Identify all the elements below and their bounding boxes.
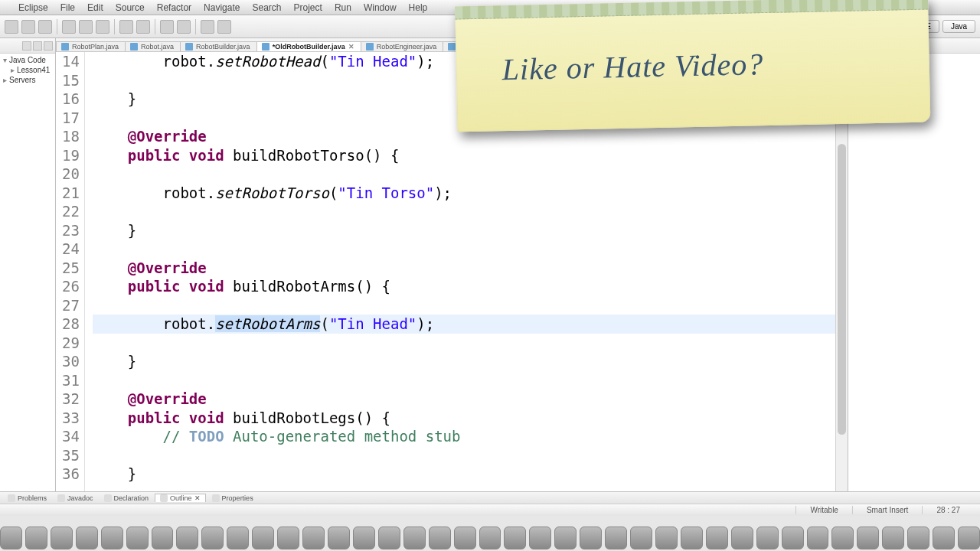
new-package-icon[interactable] (119, 20, 133, 34)
menu-source[interactable]: Source (116, 2, 145, 13)
app-icon[interactable] (907, 527, 929, 549)
code-line[interactable] (93, 202, 835, 221)
run-icon[interactable] (79, 20, 93, 34)
code-line[interactable]: // TODO Auto-generated method stub (93, 427, 835, 446)
app-icon[interactable] (277, 527, 299, 549)
close-icon[interactable]: ✕ (348, 43, 354, 51)
code-line[interactable] (93, 334, 835, 353)
code-line[interactable]: public void buildRobotArms() { (93, 277, 835, 296)
app-icon[interactable] (529, 527, 551, 549)
app-icon[interactable] (933, 527, 955, 549)
menu-navigate[interactable]: Navigate (204, 2, 240, 13)
app-icon[interactable] (328, 527, 350, 549)
code-line[interactable] (93, 240, 835, 259)
tab-label: RobotBuilder.java (196, 43, 250, 51)
code-line[interactable]: } (93, 221, 835, 240)
code-line[interactable]: } (93, 352, 835, 371)
menu-window[interactable]: Window (364, 2, 397, 13)
eclipse-icon[interactable] (706, 527, 728, 549)
new-icon[interactable] (5, 20, 18, 34)
view-tab[interactable]: Outline ✕ (155, 494, 206, 502)
view-tab[interactable]: Javadoc (53, 494, 98, 502)
code-line[interactable]: robot.setRobotTorso("Tin Torso"); (93, 184, 835, 203)
chrome-icon[interactable] (126, 527, 149, 549)
code-line[interactable]: } (93, 465, 835, 484)
menu-file[interactable]: File (60, 2, 75, 13)
app-icon[interactable] (605, 527, 627, 549)
search-icon[interactable] (177, 20, 191, 34)
collapse-all-icon[interactable] (22, 41, 31, 51)
tree-node[interactable]: ▸Lesson41 (2, 65, 54, 75)
itunes-icon[interactable] (176, 527, 198, 549)
app-icon[interactable] (554, 527, 577, 549)
code-line[interactable]: @Override (93, 390, 835, 409)
view-tab[interactable]: Declaration (100, 494, 154, 502)
app-icon[interactable] (580, 527, 602, 549)
app-icon[interactable] (378, 527, 400, 549)
view-menu-icon[interactable] (44, 41, 53, 51)
app-icon[interactable] (731, 527, 753, 549)
app-icon[interactable] (857, 527, 879, 549)
menu-search[interactable]: Search (252, 2, 281, 13)
menu-project[interactable]: Project (294, 2, 322, 13)
app-icon[interactable] (302, 527, 325, 549)
editor-tab[interactable]: *OldRobotBuilder.java✕ (256, 41, 361, 51)
editor-tab[interactable]: RobotPlan.java (56, 41, 126, 51)
perspective-java[interactable]: Java (942, 20, 975, 33)
code-line[interactable]: @Override (93, 259, 835, 278)
menu-refactor[interactable]: Refactor (157, 2, 191, 13)
app-icon[interactable] (807, 527, 829, 549)
code-line[interactable]: public void buildRobotLegs() { (93, 409, 835, 428)
menu-eclipse[interactable]: Eclipse (18, 2, 48, 13)
app-icon[interactable] (353, 527, 375, 549)
code-line[interactable] (93, 446, 835, 465)
editor-tab[interactable]: RobotEngineer.java (361, 41, 444, 51)
tree-node[interactable]: ▸Servers (2, 75, 54, 85)
illustrator-icon[interactable] (429, 527, 451, 549)
app-icon[interactable] (201, 527, 224, 549)
app-icon[interactable] (76, 527, 98, 549)
terminal-icon[interactable] (756, 527, 779, 549)
vlc-icon[interactable] (655, 527, 678, 549)
app-icon[interactable] (227, 527, 249, 549)
app-icon[interactable] (51, 527, 73, 549)
debug-icon[interactable] (62, 20, 76, 34)
app-icon[interactable] (504, 527, 526, 549)
save-all-icon[interactable] (38, 20, 52, 34)
editor-tab[interactable]: Robot.java (125, 41, 181, 51)
photoshop-icon[interactable] (403, 527, 426, 549)
open-type-icon[interactable] (160, 20, 174, 34)
save-icon[interactable] (21, 20, 35, 34)
safari-icon[interactable] (101, 527, 123, 549)
menu-edit[interactable]: Edit (87, 2, 103, 13)
skype-icon[interactable] (681, 527, 703, 549)
menu-help[interactable]: Help (409, 2, 428, 13)
menu-run[interactable]: Run (335, 2, 351, 13)
close-icon[interactable]: ✕ (194, 494, 201, 502)
view-tab[interactable]: Properties (207, 494, 258, 502)
run-last-icon[interactable] (96, 20, 109, 34)
new-class-icon[interactable] (136, 20, 150, 34)
app-icon[interactable] (630, 527, 652, 549)
tree-node[interactable]: ▾Java Code (2, 55, 54, 65)
app-icon[interactable] (882, 527, 904, 549)
app-icon[interactable] (479, 527, 501, 549)
editor-tab[interactable]: RobotBuilder.java (180, 41, 257, 51)
app-icon[interactable] (782, 527, 804, 549)
code-line[interactable] (93, 371, 835, 390)
code-line[interactable] (93, 165, 835, 184)
app-icon[interactable] (831, 527, 854, 549)
finder-icon[interactable] (0, 527, 22, 549)
nav-back-icon[interactable] (201, 20, 214, 34)
nav-fwd-icon[interactable] (217, 20, 231, 34)
trash-icon[interactable] (958, 527, 980, 549)
code-line[interactable] (93, 296, 835, 315)
link-editor-icon[interactable] (33, 41, 42, 51)
view-tab[interactable]: Problems (3, 494, 51, 502)
code-line[interactable]: robot.setRobotArms("Tin Head"); (93, 315, 835, 334)
calendar-icon[interactable] (152, 527, 174, 549)
settings-icon[interactable] (25, 527, 47, 549)
acrobat-icon[interactable] (454, 527, 476, 549)
sticky-note-overlay: Like or Hate Video? (450, 0, 936, 155)
app-icon[interactable] (252, 527, 274, 549)
